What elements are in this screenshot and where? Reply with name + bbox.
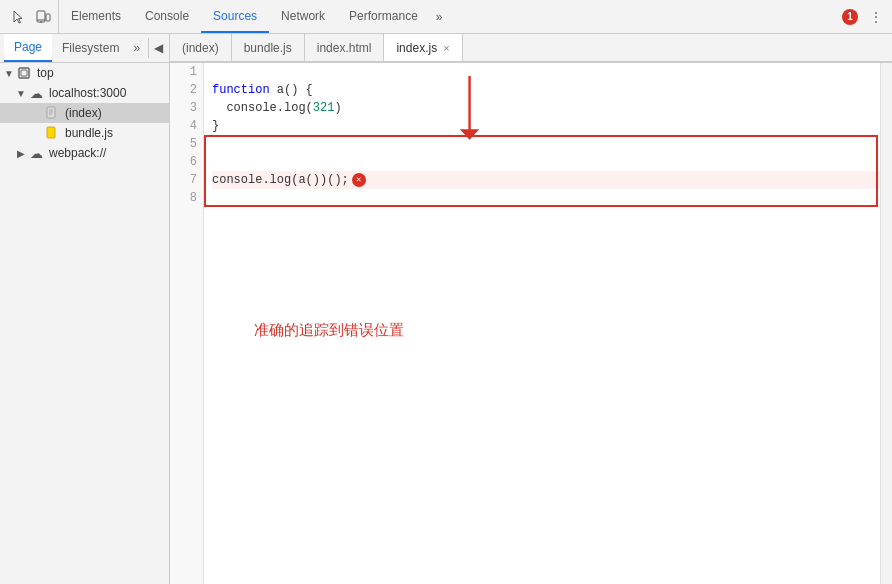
svg-rect-10 bbox=[47, 127, 55, 138]
sources-tab-filesystem[interactable]: Filesystem bbox=[52, 34, 129, 62]
line-num-1: 1 bbox=[170, 63, 203, 81]
line-num-3: 3 bbox=[170, 99, 203, 117]
tab-sources[interactable]: Sources bbox=[201, 0, 269, 33]
tab-performance[interactable]: Performance bbox=[337, 0, 430, 33]
editor-tab-bar: (index) bundle.js index.html index.js × bbox=[170, 34, 892, 62]
code-line-7: console.log(a())(); ✕ bbox=[212, 171, 880, 189]
code-line-5 bbox=[212, 135, 880, 153]
code-line-8 bbox=[212, 189, 880, 207]
editor-content: 1 2 3 4 5 6 7 8 function a() { console.l… bbox=[170, 63, 880, 584]
code-lines: function a() { console.log(321) } consol… bbox=[204, 63, 880, 584]
expand-arrow-localhost bbox=[16, 88, 26, 98]
annotation-text: 准确的追踪到错误位置 bbox=[254, 323, 404, 341]
file-icon-index bbox=[45, 106, 59, 120]
cloud-icon-webpack bbox=[29, 146, 43, 160]
expand-arrow-top bbox=[4, 68, 14, 78]
file-icon-bundle bbox=[45, 126, 59, 140]
error-icon-inline: ✕ bbox=[352, 173, 366, 187]
main-layout: top localhost:3000 (index) bundle.js bbox=[0, 63, 892, 584]
sources-tab-page[interactable]: Page bbox=[4, 34, 52, 62]
cloud-icon-localhost bbox=[29, 86, 43, 100]
scrollbar[interactable] bbox=[880, 63, 892, 584]
panel-toggle-icon[interactable]: ◀ bbox=[153, 38, 165, 58]
code-line-2: function a() { bbox=[212, 81, 880, 99]
line-num-5: 5 bbox=[170, 135, 203, 153]
tree-label-bundle: bundle.js bbox=[65, 126, 113, 140]
error-badge[interactable]: 1 bbox=[836, 9, 864, 25]
toolbar-menu-icon[interactable]: ⋮ bbox=[864, 10, 888, 24]
tree-item-top[interactable]: top bbox=[0, 63, 169, 83]
tree-item-localhost[interactable]: localhost:3000 bbox=[0, 83, 169, 103]
tab-elements[interactable]: Elements bbox=[59, 0, 133, 33]
sources-subtoolbar: Page Filesystem » ◀ bbox=[0, 34, 170, 62]
error-circle: 1 bbox=[842, 9, 858, 25]
line-num-6: 6 bbox=[170, 153, 203, 171]
more-tabs-button[interactable]: » bbox=[430, 10, 449, 24]
cursor-icon[interactable] bbox=[10, 8, 28, 26]
keyword-function: function bbox=[212, 81, 270, 99]
tab-console[interactable]: Console bbox=[133, 0, 201, 33]
tree-item-webpack[interactable]: webpack:// bbox=[0, 143, 169, 163]
code-line-6 bbox=[212, 153, 880, 171]
line-num-4: 4 bbox=[170, 117, 203, 135]
line-num-8: 8 bbox=[170, 189, 203, 207]
device-icon[interactable] bbox=[34, 8, 52, 26]
editor-tab-bundle[interactable]: bundle.js bbox=[232, 34, 305, 61]
code-line-3: console.log(321) bbox=[212, 99, 880, 117]
editor-tab-indexjs[interactable]: index.js × bbox=[384, 34, 462, 61]
num-321: 321 bbox=[313, 99, 335, 117]
file-tree-sidebar: top localhost:3000 (index) bundle.js bbox=[0, 63, 170, 584]
tab-network[interactable]: Network bbox=[269, 0, 337, 33]
tree-item-index[interactable]: (index) bbox=[0, 103, 169, 123]
tree-label-top: top bbox=[37, 66, 54, 80]
line-num-2: 2 bbox=[170, 81, 203, 99]
top-toolbar: Elements Console Sources Network Perform… bbox=[0, 0, 892, 34]
expand-arrow-webpack bbox=[16, 148, 26, 158]
tree-item-bundle[interactable]: bundle.js bbox=[0, 123, 169, 143]
tree-label-webpack: webpack:// bbox=[49, 146, 106, 160]
svg-rect-5 bbox=[21, 70, 27, 76]
code-line-4: } bbox=[212, 117, 880, 135]
code-line-1 bbox=[212, 63, 880, 81]
code-editor: 1 2 3 4 5 6 7 8 function a() { console.l… bbox=[170, 63, 880, 584]
editor-tab-index[interactable]: (index) bbox=[170, 34, 232, 61]
tree-label-index: (index) bbox=[65, 106, 102, 120]
close-tab-icon[interactable]: × bbox=[443, 42, 449, 54]
svg-rect-6 bbox=[47, 107, 55, 118]
tree-label-localhost: localhost:3000 bbox=[49, 86, 126, 100]
toolbar-icons bbox=[4, 0, 59, 33]
main-tab-list: Elements Console Sources Network Perform… bbox=[59, 0, 832, 33]
top-frame-icon bbox=[17, 67, 31, 79]
line-numbers: 1 2 3 4 5 6 7 8 bbox=[170, 63, 204, 584]
sources-divider bbox=[148, 38, 149, 58]
sources-more-button[interactable]: » bbox=[129, 41, 144, 55]
editor-tab-indexhtml[interactable]: index.html bbox=[305, 34, 385, 61]
line-num-7: 7 bbox=[170, 171, 203, 189]
svg-rect-1 bbox=[46, 14, 50, 21]
second-toolbar-row: Page Filesystem » ◀ (index) bundle.js in… bbox=[0, 34, 892, 63]
